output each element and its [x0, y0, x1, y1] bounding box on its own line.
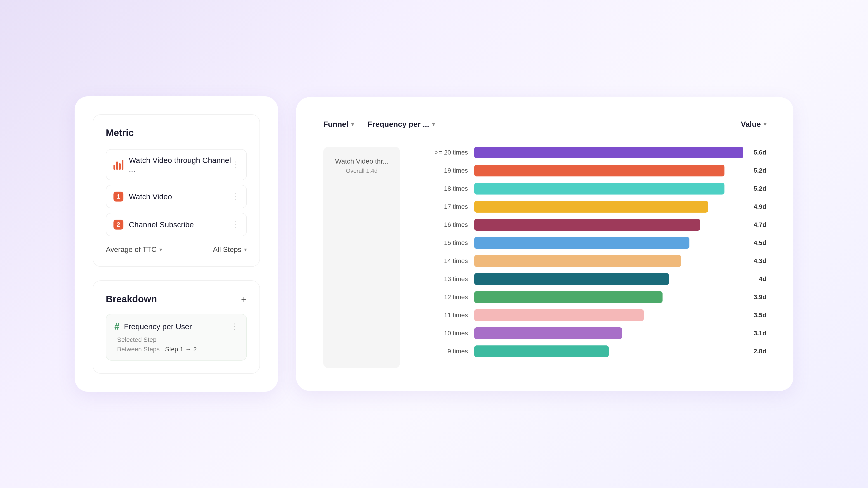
metric-item-1-label: Watch Video: [129, 192, 172, 201]
bar-track-11: [474, 346, 743, 357]
bar-label-0: >= 20 times: [418, 149, 468, 156]
bar-row-9: 11 times3.5d: [418, 309, 766, 321]
bar-value-2: 5.2d: [754, 185, 766, 192]
metric-item-0[interactable]: Watch Video through Channel ... ⋮: [106, 149, 247, 180]
bar-track-5: [474, 237, 743, 249]
bar-track-0: [474, 147, 743, 158]
bar-col-2: [116, 162, 118, 170]
funnel-chevron: ▾: [351, 121, 354, 128]
bar-col-3: [119, 163, 121, 170]
chart-toolbar: Funnel ▾ Frequency per ... ▾ Value ▾: [323, 120, 766, 129]
bar-label-2: 18 times: [418, 185, 468, 192]
value-header[interactable]: Value ▾: [741, 120, 766, 129]
breakdown-item-label: Frequency per User: [124, 322, 192, 331]
bar-track-2: [474, 183, 743, 195]
value-chevron: ▾: [764, 121, 766, 127]
bar-track-8: [474, 291, 743, 303]
bar-track-10: [474, 327, 743, 339]
bar-value-1: 5.2d: [754, 167, 766, 174]
bar-fill-7: [474, 273, 669, 285]
breakdown-section: Breakdown + # Frequency per User ⋮ Selec…: [93, 281, 260, 374]
metric-item-1[interactable]: 1 Watch Video ⋮: [106, 185, 247, 208]
selected-step-key: Selected Step: [117, 336, 156, 344]
bar-label-9: 11 times: [418, 312, 468, 319]
metric-item-0-left: Watch Video through Channel ...: [114, 156, 231, 173]
bar-value-10: 3.1d: [754, 330, 766, 337]
chart-toolbar-left: Funnel ▾ Frequency per ... ▾: [323, 120, 435, 129]
bar-fill-5: [474, 237, 689, 249]
bar-track-7: [474, 273, 748, 285]
value-label: Value: [741, 120, 761, 129]
left-panel: Metric Watch Video through Channel ... ⋮…: [74, 96, 278, 392]
metric-item-2-left: 2 Channel Subscribe: [114, 220, 194, 230]
metric-controls-row: Average of TTC ▾ All Steps ▾: [106, 246, 247, 254]
bar-fill-2: [474, 183, 724, 195]
between-steps-row: Between Steps Step 1 → 2: [117, 346, 238, 353]
bar-fill-6: [474, 255, 681, 267]
all-steps-chevron: ▾: [244, 247, 247, 253]
bar-label-10: 10 times: [418, 330, 468, 337]
bar-track-3: [474, 201, 743, 213]
hash-icon: #: [114, 322, 119, 332]
breakdown-add-button[interactable]: +: [241, 293, 247, 305]
bar-label-3: 17 times: [418, 203, 468, 210]
bar-label-7: 13 times: [418, 275, 468, 283]
bar-fill-8: [474, 291, 662, 303]
bar-value-6: 4.3d: [754, 257, 766, 265]
breakdown-item-menu[interactable]: ⋮: [230, 322, 238, 331]
funnel-card-sublabel: Overall 1.4d: [346, 167, 377, 174]
bar-fill-3: [474, 201, 708, 213]
bar-fill-4: [474, 219, 700, 231]
chart-main: Watch Video thr... Overall 1.4d >= 20 ti…: [323, 147, 766, 368]
metric-item-1-left: 1 Watch Video: [114, 192, 172, 201]
between-steps-value: Step 1 → 2: [165, 346, 197, 353]
bar-row-11: 9 times2.8d: [418, 346, 766, 357]
bar-chart-area: >= 20 times5.6d19 times5.2d18 times5.2d1…: [418, 147, 766, 368]
bar-row-10: 10 times3.1d: [418, 327, 766, 339]
step-badge-2: 2: [114, 220, 123, 230]
funnel-card: Watch Video thr... Overall 1.4d: [323, 147, 400, 368]
metric-section: Metric Watch Video through Channel ... ⋮…: [93, 114, 260, 267]
bar-track-1: [474, 165, 743, 176]
bar-fill-9: [474, 309, 644, 321]
frequency-label: Frequency per ...: [368, 120, 429, 129]
metric-item-2-label: Channel Subscribe: [129, 220, 194, 229]
bar-row-4: 16 times4.7d: [418, 219, 766, 231]
bar-label-1: 19 times: [418, 167, 468, 174]
frequency-button[interactable]: Frequency per ... ▾: [368, 120, 435, 129]
right-panel: Funnel ▾ Frequency per ... ▾ Value ▾ Wat…: [296, 97, 794, 391]
metric-item-1-menu[interactable]: ⋮: [231, 192, 239, 201]
bar-value-0: 5.6d: [754, 149, 766, 156]
average-ttc-button[interactable]: Average of TTC ▾: [106, 246, 162, 254]
bar-row-6: 14 times4.3d: [418, 255, 766, 267]
selected-step-row: Selected Step: [117, 336, 238, 344]
bar-fill-0: [474, 147, 743, 158]
step-badge-1: 1: [114, 192, 123, 201]
bar-fill-1: [474, 165, 724, 176]
bar-col-4: [122, 160, 123, 170]
bar-row-5: 15 times4.5d: [418, 237, 766, 249]
bar-label-8: 12 times: [418, 293, 468, 301]
bar-track-6: [474, 255, 743, 267]
bar-row-8: 12 times3.9d: [418, 291, 766, 303]
bar-value-9: 3.5d: [754, 312, 766, 319]
metric-item-0-label: Watch Video through Channel ...: [129, 156, 231, 173]
funnel-button[interactable]: Funnel ▾: [323, 120, 354, 129]
bar-row-2: 18 times5.2d: [418, 183, 766, 195]
bar-chart-icon: [114, 160, 123, 170]
metric-item-0-menu[interactable]: ⋮: [231, 160, 239, 169]
breakdown-header: Breakdown +: [106, 293, 247, 305]
bar-value-4: 4.7d: [754, 221, 766, 228]
all-steps-button[interactable]: All Steps ▾: [213, 246, 247, 254]
bar-track-4: [474, 219, 743, 231]
metric-item-2-menu[interactable]: ⋮: [231, 220, 239, 229]
bar-value-8: 3.9d: [754, 293, 766, 301]
bar-value-3: 4.9d: [754, 203, 766, 210]
bar-col-1: [114, 165, 115, 170]
bar-fill-10: [474, 327, 622, 339]
bar-row-3: 17 times4.9d: [418, 201, 766, 213]
bar-row-7: 13 times4d: [418, 273, 766, 285]
metric-item-2[interactable]: 2 Channel Subscribe ⋮: [106, 213, 247, 236]
metric-section-title: Metric: [106, 127, 247, 138]
breakdown-item-header: # Frequency per User ⋮: [114, 322, 238, 332]
